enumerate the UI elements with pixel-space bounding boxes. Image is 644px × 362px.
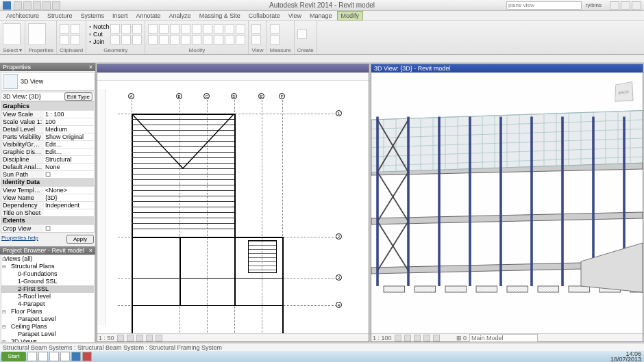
ribbon-button[interactable] (203, 24, 212, 34)
prop-row[interactable]: Sun Path☐ (1, 170, 94, 178)
ribbon-tab-collaborate[interactable]: Collaborate (245, 12, 284, 20)
tree-node[interactable]: Floor Plans (1, 308, 94, 315)
ribbon-button[interactable] (214, 24, 223, 34)
app-logo-icon[interactable] (3, 1, 11, 10)
browser-header[interactable]: Project Browser - Revit model × (0, 246, 95, 255)
taskbar-app-icon[interactable] (82, 352, 92, 361)
plan-viewport-title[interactable] (97, 64, 369, 73)
ribbon-button[interactable] (121, 35, 131, 44)
minimize-icon[interactable] (610, 1, 619, 10)
qat-open-icon[interactable] (14, 1, 22, 10)
prop-row[interactable]: Crop View☐ (1, 224, 94, 232)
ribbon-button[interactable] (110, 35, 120, 44)
ribbon-button[interactable] (71, 24, 80, 34)
ribbon-button[interactable] (121, 24, 131, 34)
taskbar-app-icon[interactable] (38, 352, 48, 361)
tree-node[interactable]: 4-Parapet (1, 300, 94, 308)
ribbon-button[interactable] (251, 24, 261, 34)
ribbon-button[interactable] (3, 23, 21, 45)
ribbon-button[interactable] (110, 24, 120, 34)
tree-node[interactable]: 0-Foundations (1, 270, 94, 278)
tree-node[interactable]: Structural Plans (1, 263, 94, 270)
visual-style-icon[interactable] (127, 335, 134, 341)
qat-undo-icon[interactable] (33, 1, 41, 10)
ribbon-button[interactable] (71, 35, 80, 44)
ribbon-button[interactable] (60, 24, 69, 34)
ribbon-button[interactable] (170, 35, 179, 44)
prop-row[interactable]: Parts VisibilityShow Original (1, 133, 94, 140)
sun-path-icon[interactable] (136, 335, 143, 341)
3d-scale[interactable]: 1 : 100 (373, 335, 392, 341)
prop-row[interactable]: Title on Sheet (1, 209, 94, 216)
prop-section[interactable]: Graphics (1, 102, 94, 110)
ribbon-button[interactable] (159, 24, 169, 34)
properties-grid[interactable]: GraphicsView Scale1 : 100Scale Value 1:1… (1, 101, 95, 233)
plan-viewport[interactable]: ABCDEF12345 1 : 50 (97, 64, 369, 342)
prop-row[interactable]: View Scale1 : 100 (1, 110, 94, 118)
ribbon-button[interactable] (159, 35, 169, 44)
prop-section[interactable]: Identity Data (1, 178, 94, 186)
ribbon-tab-annotate[interactable]: Annotate (133, 12, 164, 20)
ribbon-button[interactable] (148, 24, 158, 34)
3d-canvas[interactable]: BACK (371, 73, 643, 333)
design-option-selector[interactable]: Main Model (469, 334, 538, 342)
ribbon-button-join[interactable]: ▫ Join (89, 38, 109, 45)
plan-scale[interactable]: 1 : 50 (99, 335, 114, 341)
tree-node[interactable]: 3-Roof level (1, 293, 94, 300)
tree-node[interactable]: Parapet Level (1, 331, 94, 338)
ribbon-button[interactable] (251, 35, 261, 44)
qat-save-icon[interactable] (23, 1, 32, 10)
view-cube-face[interactable]: BACK (615, 81, 634, 102)
plan-view-control-bar[interactable]: 1 : 50 (97, 333, 369, 341)
ribbon-button[interactable] (236, 24, 245, 34)
3d-viewport[interactable]: 3D View: {3D} - Revit model BACK 1 : 100… (371, 64, 643, 342)
start-button[interactable]: Start (1, 352, 26, 361)
type-selector[interactable]: 3D View (1, 72, 95, 91)
ribbon-button[interactable] (148, 35, 158, 44)
crop-icon[interactable] (433, 335, 440, 341)
3d-viewport-title[interactable]: 3D View: {3D} - Revit model (371, 64, 643, 73)
ribbon-button[interactable] (297, 29, 307, 39)
prop-section[interactable]: Extents (1, 216, 94, 224)
ribbon-button[interactable] (270, 35, 280, 44)
properties-close-icon[interactable]: × (89, 64, 92, 70)
prop-row[interactable]: View Name{3D} (1, 194, 94, 201)
shadows-icon[interactable] (146, 335, 153, 341)
prop-row[interactable]: Visibility/Graphics Over…Edit… (1, 140, 94, 148)
prop-row[interactable]: DisciplineStructural (1, 155, 94, 163)
user-name-label[interactable]: ryibins (582, 2, 606, 8)
prop-row[interactable]: Detail LevelMedium (1, 125, 94, 133)
ribbon-tab-view[interactable]: View (285, 12, 305, 20)
properties-help-link[interactable]: Properties help (1, 235, 38, 244)
3d-view-control-bar[interactable]: 1 : 100 ⊞ 0 Main Model (371, 333, 643, 341)
prop-row[interactable]: DependencyIndependent (1, 201, 94, 209)
prop-row[interactable]: Graphic Display OptionsEdit… (1, 148, 94, 155)
ribbon-button[interactable] (181, 35, 190, 44)
ribbon-button[interactable] (181, 24, 190, 34)
system-clock[interactable]: 14:06 18/07/2013 (610, 351, 643, 362)
qat-print-icon[interactable] (52, 1, 60, 10)
prop-row[interactable]: View Template<None> (1, 186, 94, 194)
ribbon-button[interactable] (192, 35, 201, 44)
shadows-icon[interactable] (423, 335, 430, 341)
ribbon-button[interactable] (132, 35, 142, 44)
tree-node[interactable]: Views (all) (1, 255, 94, 263)
apply-button[interactable]: Apply (66, 235, 94, 244)
ribbon-button[interactable] (170, 24, 179, 34)
properties-header[interactable]: Properties × (0, 63, 95, 71)
ribbon-button[interactable] (236, 35, 245, 44)
browser-close-icon[interactable]: × (89, 247, 92, 254)
tree-node[interactable]: Parapet Level (1, 315, 94, 323)
prop-row[interactable]: Scale Value 1:100 (1, 118, 94, 125)
edit-type-button[interactable]: Edit Type (64, 92, 92, 101)
plan-canvas[interactable]: ABCDEF12345 (97, 81, 369, 333)
ribbon-button[interactable] (28, 23, 46, 45)
crop-icon[interactable] (156, 335, 162, 341)
worksets-icon[interactable]: ⊞ 0 (456, 335, 467, 341)
ribbon-button[interactable] (132, 24, 142, 34)
ribbon-button[interactable] (225, 35, 234, 44)
taskbar-app-icon[interactable] (60, 352, 70, 361)
ribbon-button[interactable] (214, 35, 223, 44)
qat-redo-icon[interactable] (42, 1, 51, 10)
visual-style-icon[interactable] (404, 335, 411, 341)
